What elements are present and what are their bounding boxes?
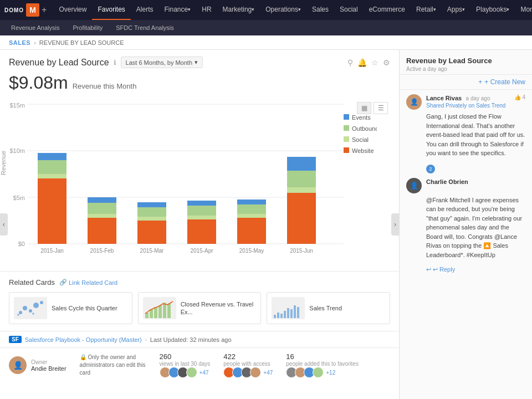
link-related-button[interactable]: 🔗 Link Related Card [59,279,117,286]
thumbs-up-icon[interactable]: 👍 [514,94,521,100]
link-icon: 🔗 [59,279,67,286]
bottom-info-bar: 👤 Owner Andie Breiter 🔒 Only the owner a… [0,347,399,382]
access-count: 422 [223,352,273,361]
settings-icon[interactable]: ⚙ [383,58,390,67]
bar-jan-events [38,153,66,160]
plus-button[interactable]: + [42,5,47,15]
svg-text:2015-May: 2015-May [239,248,264,254]
card-footer: SF Salesforce Playbook - Opportunity (Ma… [0,331,399,347]
svg-rect-39 [284,311,286,318]
comment-2-avatar-icon: 👤 [410,182,418,190]
bar-jan-social [38,174,66,178]
views-count: 260 [160,352,211,361]
svg-point-24 [23,306,27,310]
comment-1: 👤 Lance Rivas a day ago Shared Privately… [406,94,525,158]
bar-may-events [237,200,266,204]
breadcrumb-current: REVENUE BY LEAD SOURCE [39,39,124,46]
subnav-profitability[interactable]: Profitability [66,20,109,35]
right-create-btn[interactable]: + + Create New [400,75,532,90]
svg-text:2015-Mar: 2015-Mar [140,248,164,254]
nav-ecommerce[interactable]: eCommerce [364,0,411,20]
related-header: Related Cards 🔗 Link Related Card [9,278,390,287]
subnav-revenue[interactable]: Revenue Analysis [4,20,66,35]
nav-marketing[interactable]: Marketing [217,0,260,20]
nav-apps[interactable]: Apps [442,0,470,20]
right-panel-header: Revenue by Lead Source Active a day ago [400,50,532,75]
comment-2: 👤 Charlie Obrien @Frank Mitchell I agree… [406,178,525,260]
bar-mar-events [137,202,166,207]
svg-rect-38 [280,314,283,318]
comment-2-avatar: 👤 [406,178,422,193]
related-card-3-title: Sales Trend [309,304,342,312]
right-chevron-button[interactable]: › [391,213,399,236]
reply-count-badge: 2 [426,165,435,173]
bar-feb-outbound [88,203,116,214]
bar-mar-website [137,221,166,244]
bar-feb-social [88,214,116,218]
metric-value: $9.08m [9,73,68,93]
access-label: people with access [223,361,273,367]
bar-feb-website [88,218,116,244]
left-chevron-button[interactable]: ‹ [0,213,8,236]
svg-rect-42 [294,305,296,318]
owner-label: Owner [31,359,66,365]
metric-label: Revenue this Month [73,82,137,90]
alert-icon[interactable]: 🔔 [357,58,367,67]
reply-button[interactable]: ↩ ↩ Reply [426,266,525,273]
favorites-section: 16 people added this to favorites +12 [286,352,359,378]
nav-more[interactable]: More [515,0,532,20]
bar-feb-events [88,197,116,203]
date-filter-dropdown[interactable]: Last 6 Months, by Month ▾ [121,57,203,68]
nav-operations[interactable]: Operations [260,0,306,20]
related-card-1[interactable]: Sales Cycle this Quarter [9,292,132,324]
nav-overview[interactable]: Overview [53,0,92,20]
breadcrumb-parent[interactable]: SALES [9,39,30,46]
nav-social[interactable]: Social [334,0,364,20]
m-logo[interactable]: M [26,3,39,17]
sub-navigation: Revenue Analysis Profitability SFDC Tren… [0,20,532,35]
nav-alerts[interactable]: Alerts [131,0,159,20]
svg-rect-32 [154,307,157,318]
nav-retail[interactable]: Retail [411,0,442,20]
reply-label: ↩ Reply [433,266,455,273]
star-icon[interactable]: ☆ [371,58,378,67]
playbook-label: Salesforce Playbook - Opportunity (Maste… [25,336,142,343]
svg-rect-31 [150,309,153,318]
fav-avatar-4 [313,367,324,378]
related-card-3-thumb [272,297,305,319]
svg-point-28 [17,314,19,316]
breadcrumb: SALES › REVENUE BY LEAD SOURCE [0,35,532,50]
filter-icon[interactable]: ⚲ [347,58,353,67]
comment-1-like-count: 4 [522,94,525,100]
favorites-plus-count: +12 [326,370,335,376]
info-icon[interactable]: ℹ [114,59,116,66]
related-card-2[interactable]: Closed Revenue vs. Travel Ex... [138,292,262,324]
nav-finance[interactable]: Finance [159,0,197,20]
related-card-3[interactable]: Sales Trend [267,292,390,324]
nav-playbooks[interactable]: Playbooks [470,0,515,20]
nav-sales[interactable]: Sales [306,0,334,20]
access-avatar-4 [250,367,261,378]
salesforce-badge: SF [9,336,22,343]
top-navigation: DOMO M + Overview Favorites Alerts Finan… [0,0,532,20]
link-related-label: Link Related Card [69,279,117,286]
svg-point-26 [33,303,39,308]
views-avatars: +47 [160,367,211,378]
owner-info: Owner Andie Breiter [31,359,66,372]
domo-logo-text: DOMO [4,7,24,13]
comment-2-header: 👤 Charlie Obrien [406,178,525,193]
bar-chart-button[interactable]: ▦ [357,102,371,114]
bar-may-social [237,214,266,218]
subnav-sfdc[interactable]: SFDC Trend Analysis [109,20,181,35]
svg-text:Website: Website [352,147,374,154]
nav-hr[interactable]: HR [196,0,217,20]
favorites-count: 16 [286,352,359,361]
chart-svg-wrapper: $15m $10m $5m $0 Revenue [0,98,399,271]
svg-point-25 [29,309,32,313]
comment-2-meta: Charlie Obrien [426,178,525,186]
nav-favorites[interactable]: Favorites [92,0,130,20]
table-chart-button[interactable]: ☰ [374,102,388,114]
create-btn-text: + + Create New [478,78,525,86]
svg-rect-36 [274,315,276,318]
bar-apr-outbound [187,206,216,216]
